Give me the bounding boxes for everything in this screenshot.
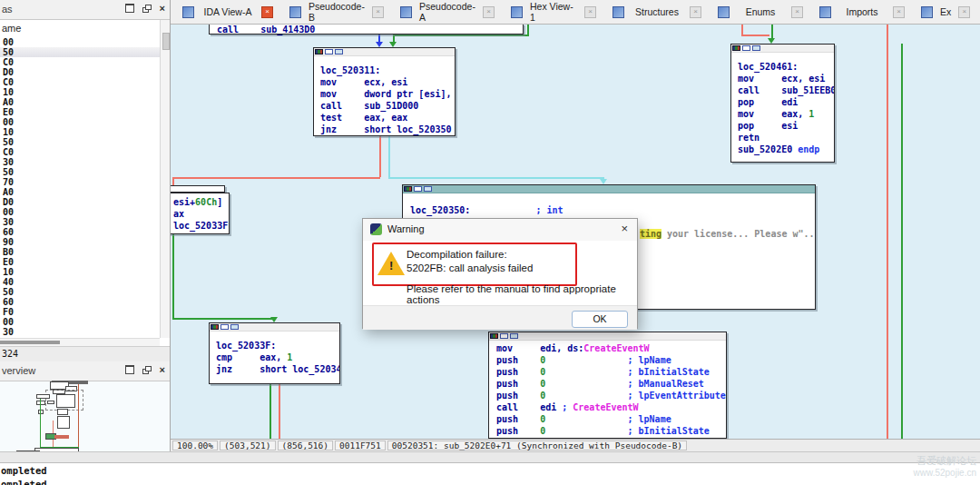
- name-list-item[interactable]: 10: [0, 127, 160, 137]
- tab-imports[interactable]: Imports×: [811, 2, 913, 22]
- disasm-line[interactable]: esi+60Ch]: [173, 196, 229, 208]
- names-column-header[interactable]: ame: [2, 23, 21, 34]
- disasm-line[interactable]: loc_52033F:: [216, 340, 339, 351]
- tab-ex[interactable]: Ex×: [913, 2, 967, 22]
- disasm-line[interactable]: push 0 ; lpName: [496, 413, 726, 425]
- tab-pseudocode-b[interactable]: Pseudocode-B×: [281, 2, 392, 22]
- tab-hex-view-1[interactable]: Hex View-1×: [503, 2, 604, 22]
- disasm-line[interactable]: call edi ; CreateEventW: [496, 401, 726, 413]
- name-list-item[interactable]: 00: [0, 37, 160, 47]
- disasm-line[interactable]: jnz short loc_520350: [320, 124, 455, 135]
- name-list-item[interactable]: A0: [0, 187, 160, 197]
- block-group-icon[interactable]: [510, 333, 518, 339]
- name-list-item[interactable]: 00: [0, 207, 160, 217]
- block-color-icon[interactable]: [211, 324, 219, 330]
- disasm-line[interactable]: loc_520461:: [738, 61, 834, 73]
- disasm-line[interactable]: cmp eax, 1: [216, 351, 339, 363]
- close-icon[interactable]: ×: [160, 5, 165, 13]
- name-list-item[interactable]: B0: [0, 247, 160, 257]
- disasm-line[interactable]: push 0 ; bInitialState: [496, 425, 726, 437]
- block-group-icon[interactable]: [424, 186, 432, 192]
- tab-close-icon[interactable]: ×: [584, 6, 596, 18]
- basic-block-partial-left[interactable]: esi+60Ch]axloc_52033F: [171, 193, 230, 234]
- tab-close-icon[interactable]: ×: [893, 6, 905, 18]
- basic-block-partial-stub[interactable]: [171, 185, 225, 193]
- scrollbar-thumb[interactable]: [162, 33, 170, 50]
- disasm-line[interactable]: jnz short loc_520348: [216, 363, 339, 375]
- name-list-item[interactable]: 00: [0, 317, 160, 327]
- name-list-item[interactable]: A0: [0, 97, 160, 107]
- dialog-titlebar[interactable]: Warning ×: [363, 219, 637, 241]
- name-list-item[interactable]: C0: [0, 77, 160, 87]
- disasm-line[interactable]: pop esi: [738, 120, 834, 132]
- name-list-item[interactable]: 10: [0, 267, 160, 277]
- float-icon[interactable]: [142, 5, 152, 13]
- name-list-item[interactable]: 50: [0, 287, 160, 297]
- name-list-item[interactable]: E0: [0, 107, 160, 117]
- name-list-item[interactable]: 50: [0, 167, 160, 177]
- block-titlebar[interactable]: [210, 323, 339, 332]
- name-list-item[interactable]: F0: [0, 307, 160, 317]
- disasm-line[interactable]: mov edi, ds:CreateEventW: [496, 342, 726, 354]
- name-list-item[interactable]: 50: [0, 137, 160, 147]
- overview-minimap[interactable]: [0, 381, 170, 458]
- name-list-item[interactable]: 70: [0, 177, 160, 187]
- tab-ida-view-a[interactable]: IDA View-A×: [174, 2, 281, 22]
- disasm-line[interactable]: push 0 ; bInitialState: [496, 366, 726, 378]
- block-titlebar[interactable]: [314, 48, 455, 56]
- name-list-item[interactable]: 30: [0, 157, 160, 167]
- name-list-item[interactable]: D0: [0, 67, 160, 77]
- tab-close-icon[interactable]: ×: [958, 6, 970, 18]
- basic-block-loc_520461[interactable]: loc_520461:mov ecx, esicall sub_51EEB0po…: [730, 44, 835, 163]
- tab-enums[interactable]: Enums×: [710, 2, 811, 22]
- name-list-item[interactable]: 10: [0, 87, 160, 97]
- name-list-item[interactable]: 60: [0, 297, 160, 307]
- basic-block-partial-top[interactable]: call sub_4143D0: [209, 25, 524, 35]
- disasm-line[interactable]: sub_5202E0 endp: [738, 144, 834, 155]
- block-titlebar[interactable]: [489, 332, 726, 341]
- tab-pseudocode-a[interactable]: Pseudocode-A×: [392, 2, 503, 22]
- name-list-item[interactable]: 50: [0, 47, 160, 57]
- disasm-line[interactable]: retn: [738, 132, 834, 144]
- disasm-line[interactable]: mov ecx, esi: [738, 73, 834, 84]
- name-list-item[interactable]: 00: [0, 117, 160, 127]
- block-edit-icon[interactable]: [500, 333, 508, 339]
- maximize-icon[interactable]: [125, 365, 134, 374]
- tab-close-icon[interactable]: ×: [690, 6, 701, 18]
- disasm-line[interactable]: mov eax, 1: [738, 108, 834, 120]
- disasm-line[interactable]: ax: [173, 208, 229, 220]
- name-list-item[interactable]: 30: [0, 327, 160, 337]
- name-list-item[interactable]: C0: [0, 57, 160, 67]
- block-edit-icon[interactable]: [220, 324, 229, 330]
- overview-titlebar[interactable]: verview ×: [0, 361, 171, 381]
- name-list-item[interactable]: 40: [0, 277, 160, 287]
- tab-close-icon[interactable]: ×: [261, 6, 273, 18]
- scrollbar-thumb[interactable]: [0, 341, 60, 344]
- tab-structures[interactable]: Structures×: [604, 2, 710, 22]
- basic-block-loc_520311[interactable]: loc_520311:mov ecx, esimov dword ptr [es…: [313, 47, 456, 136]
- block-edit-icon[interactable]: [414, 186, 422, 192]
- disasm-line[interactable]: push 0 ; lpName: [496, 354, 726, 366]
- tab-close-icon[interactable]: ×: [483, 6, 495, 18]
- disasm-line[interactable]: call sub_4143D0: [217, 25, 523, 35]
- tab-close-icon[interactable]: ×: [372, 6, 384, 18]
- disasm-line[interactable]: mov dword ptr [esi], 0: [320, 88, 455, 100]
- output-window[interactable]: ompleted ompleted: [0, 463, 980, 485]
- disasm-line[interactable]: call sub_51EEB0: [738, 84, 834, 96]
- float-icon[interactable]: [142, 366, 152, 374]
- block-color-icon[interactable]: [315, 49, 323, 54]
- block-group-icon[interactable]: [335, 49, 343, 54]
- disasm-line[interactable]: push 0 ; lpEventAttributes: [496, 390, 726, 401]
- disasm-line[interactable]: loc_520311:: [320, 64, 455, 76]
- block-group-icon[interactable]: [230, 324, 239, 330]
- name-list-item[interactable]: 90: [0, 237, 160, 247]
- disasm-line[interactable]: loc_52033F: [173, 220, 229, 232]
- tab-close-icon[interactable]: ×: [791, 6, 803, 18]
- name-list-item[interactable]: D0: [0, 197, 160, 207]
- block-color-icon[interactable]: [490, 333, 498, 339]
- disasm-line[interactable]: loc_520350: ; int: [410, 204, 815, 216]
- name-list-item[interactable]: 60: [0, 227, 160, 237]
- name-list-item[interactable]: E0: [0, 257, 160, 267]
- block-edit-icon[interactable]: [325, 49, 333, 54]
- ok-button[interactable]: OK: [572, 311, 628, 328]
